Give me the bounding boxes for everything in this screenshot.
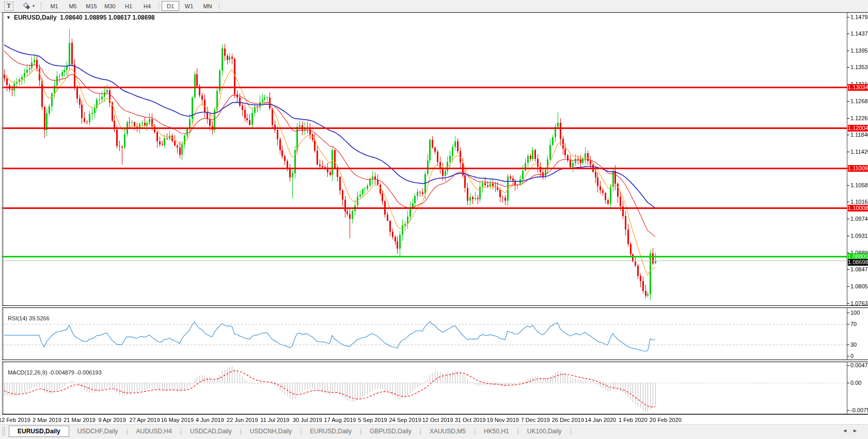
price-line-label: 1.13034 [848,84,868,91]
tab-separator: | [420,428,421,435]
macd-pane-separator[interactable] [2,360,868,362]
indicator-axis-tick: 70 [850,321,857,328]
price-axis-divider[interactable] [847,12,847,415]
tab-scroll-right-icon[interactable]: ► [853,428,863,433]
support-line[interactable] [3,207,847,209]
price-axis-tick: 1.14790 [850,14,868,21]
timeframe-button-mn[interactable]: MN [199,1,216,11]
price-axis-tick: 1.14370 [850,30,868,37]
arrange-button[interactable]: ▾ [18,1,36,11]
current-price-line [3,261,847,261]
resistance-line[interactable] [3,127,847,129]
tab-scroll-arrows: ◄► [842,428,863,433]
tabbar-grip-icon[interactable] [3,427,5,436]
dropdown-caret-icon[interactable]: ▾ [33,4,35,8]
price-axis-tick: 1.11840 [850,132,868,138]
date-axis-label: 21 Mar 2019 [64,417,96,423]
chart-header: ▼ EURUSD,Daily 1.08640 1.08895 1.08617 1… [6,14,155,21]
price-line-label: 1.11009 [848,165,868,172]
tab-separator: | [300,428,302,435]
date-axis-label: 19 Nov 2019 [487,417,519,423]
collapse-icon[interactable]: ▼ [6,15,11,20]
date-axis-label: 2 Mar 2019 [33,417,61,423]
price-axis-tick: 1.09310 [850,233,868,239]
tab-separator: | [570,428,572,435]
tab-separator: | [126,428,128,435]
support-line[interactable] [3,256,847,257]
date-axis-label: 14 Jan 2020 [585,417,617,423]
chart-top-border [2,12,868,13]
macd-values: -0.004879 -0.006193 [49,369,102,376]
chart-ohlc-values: 1.08640 1.08895 1.08617 1.08698 [60,14,155,21]
tab-separator: | [180,428,182,435]
timeframe-button-d1[interactable]: D1 [162,1,179,11]
chart-left-inner-border [3,12,4,415]
indicator-axis-tick: 0 [850,353,854,360]
timeframe-button-h4[interactable]: H4 [138,1,156,11]
price-axis-tick: 1.11420 [850,149,868,155]
toolbar-grip-icon[interactable] [41,2,42,10]
date-axis-label: 1 Feb 2020 [619,417,648,423]
price-axis-tick: 1.12260 [850,115,868,122]
date-axis-label: 9 Apr 2019 [99,417,126,423]
price-axis-tick: 1.12680 [850,98,868,105]
indicator-axis-tick: 30 [850,342,857,348]
indicator-axis-tick: 0.004738 [850,362,868,369]
macd-label: MACD(12,26,9) -0.004879 -0.006193 [5,363,102,376]
tab-separator: | [517,428,519,435]
text-tool-button[interactable]: T [3,1,14,11]
date-axis-label: 17 Aug 2019 [324,417,356,423]
resistance-line[interactable] [3,168,847,169]
current-price-label: 1.08698 [848,259,868,266]
timeframe-button-m1[interactable]: M1 [45,1,63,11]
toolbar: T ▾ M1M5M15M30H1H4D1W1MN [0,0,868,12]
chart-tab-gbpusd-daily[interactable]: GBPUSD,Daily [362,426,419,437]
chart-tab-bar: EURUSD,DailyUSDCHF,Daily|AUDUSD,H4|USDCA… [0,424,868,438]
price-axis-tick: 1.09740 [850,216,868,222]
date-axis-label: 16 May 2019 [161,417,194,423]
date-axis-label: 11 Jul 2019 [260,417,289,423]
timeframe-button-w1[interactable]: W1 [180,1,198,11]
toolbar-separator [159,2,159,10]
date-axis-label: 12 Oct 2019 [422,417,453,423]
price-axis-tick: 1.13950 [850,47,868,54]
price-axis-tick: 1.13530 [850,64,868,71]
chart-tab-hk50-h1[interactable]: HK50,H1 [477,426,516,437]
price-line-label: 1.10008 [848,205,868,212]
arrange-icon [23,2,31,10]
date-axis-label: 7 Dec 2019 [521,417,550,423]
date-axis-label: 26 Dec 2019 [552,417,584,423]
chart-bottom-border [2,414,868,415]
price-axis-tick: 1.08470 [850,266,868,273]
price-line-label: 1.12004 [848,125,868,132]
timeframe-button-m5[interactable]: M5 [64,1,82,11]
chart-tab-eurusd-daily[interactable]: EURUSD,Daily [9,426,69,437]
price-axis-tick: 1.07630 [850,300,868,307]
tab-separator: | [474,428,476,435]
chart-canvas[interactable] [0,0,868,439]
date-axis-label: 24 Sep 2019 [389,417,421,423]
timeframe-button-h1[interactable]: H1 [120,1,137,11]
chart-left-border [2,12,3,415]
chart-tab-audusd-h4[interactable]: AUDUSD,H4 [129,426,179,437]
chart-tab-usdcad-daily[interactable]: USDCAD,Daily [183,426,239,437]
chart-tab-xauusd-m5[interactable]: XAUUSD,M5 [422,426,473,437]
timeframe-button-m15[interactable]: M15 [83,1,100,11]
date-axis-label: 27 Apr 2019 [130,417,160,423]
toolbar-separator [219,2,219,10]
date-axis-label: 22 Jun 2019 [227,417,258,423]
date-axis-label: 30 Jul 2019 [293,417,322,423]
chart-tab-eurusd-daily[interactable]: EURUSD,Daily [303,426,359,437]
tab-separator: | [240,428,242,435]
tab-scroll-left-icon[interactable]: ◄ [842,428,853,433]
chart-tabs: EURUSD,DailyUSDCHF,Daily|AUDUSD,H4|USDCA… [9,426,572,437]
price-axis-tick: 1.10580 [850,182,868,189]
rsi-value: 39.5266 [29,315,50,321]
timeframe-button-m30[interactable]: M30 [101,1,119,11]
resistance-line[interactable] [3,87,847,88]
date-axis-label: 4 Jun 2019 [196,417,224,423]
chart-tab-usdchf-daily[interactable]: USDCHF,Daily [70,426,125,437]
rsi-pane-separator[interactable] [2,305,868,308]
chart-tab-uk100-daily[interactable]: UK100,Daily [520,426,569,437]
chart-tab-usdcnh-daily[interactable]: USDCNH,Daily [243,426,299,437]
